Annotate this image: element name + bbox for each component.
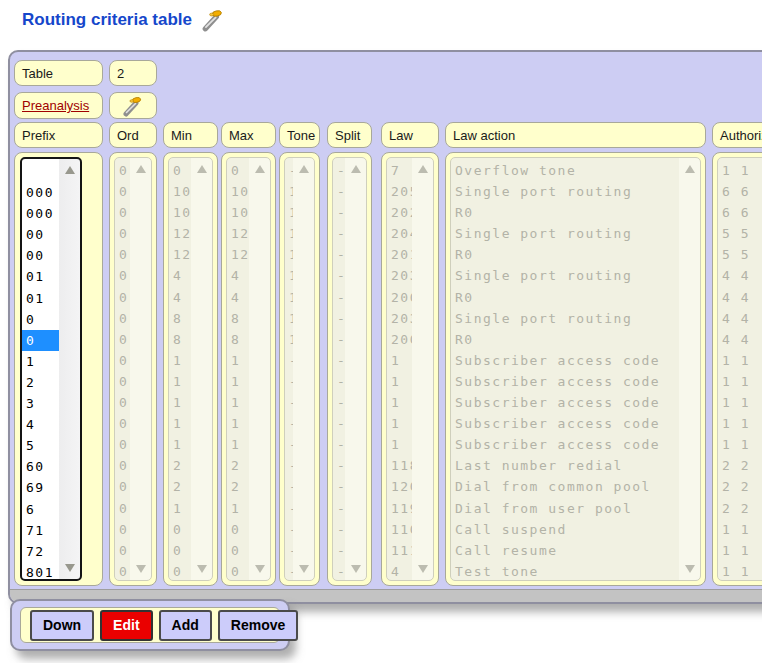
column-header-authorization: Authorization xyxy=(712,122,762,148)
column-header-law: Law xyxy=(381,122,439,148)
table-number-field[interactable]: 2 xyxy=(109,60,157,86)
listbox-law: 7205202204201203200203200111111181201191… xyxy=(386,157,434,581)
listbox-option: 119 xyxy=(387,498,412,519)
listbox-option: 200 xyxy=(387,329,412,350)
listbox-option: Overflow tone xyxy=(451,160,679,181)
listbox-option: 2 xyxy=(169,476,191,497)
scroll-up-arrow-icon xyxy=(255,165,265,173)
listbox-option[interactable]: 801 xyxy=(22,562,59,581)
listbox-option: 0 xyxy=(115,287,130,308)
column-frame-split: -------------------- xyxy=(327,152,372,586)
scroll-down-arrow-icon[interactable] xyxy=(65,564,75,572)
listbox-option: Single port routing xyxy=(451,308,679,329)
listbox-option: 1 xyxy=(285,181,293,202)
listbox-option: 4 xyxy=(169,265,191,286)
listbox-option: 10 xyxy=(169,181,191,202)
preanalysis-wand-button[interactable] xyxy=(109,92,157,119)
down-button[interactable]: Down xyxy=(30,610,94,641)
listbox-option[interactable]: 1 xyxy=(22,351,59,372)
listbox-option: 1 xyxy=(387,350,412,371)
listbox-option: - xyxy=(285,455,293,476)
column-header-max: Max xyxy=(221,122,276,148)
listbox-option: 0 xyxy=(115,265,130,286)
action-bar: DownEditAddRemove xyxy=(20,607,280,643)
listbox-option: 2 xyxy=(169,455,191,476)
listbox-option[interactable]: 72 xyxy=(22,541,59,562)
listbox-option[interactable]: 4 xyxy=(22,414,59,435)
listbox-option: 1 xyxy=(227,498,249,519)
listbox-option[interactable]: 01 xyxy=(22,288,59,309)
listbox-option[interactable]: 69 xyxy=(22,477,59,498)
page-title-text: Routing criteria table xyxy=(22,10,192,30)
listbox-option[interactable]: 5 xyxy=(22,435,59,456)
listbox-option: 200 xyxy=(387,287,412,308)
listbox-option: 0 xyxy=(169,160,191,181)
listbox-option[interactable]: 60 xyxy=(22,456,59,477)
listbox-option: - xyxy=(285,498,293,519)
listbox-option: 4 4 xyxy=(718,308,762,329)
listbox-option[interactable]: 01 xyxy=(22,266,59,287)
magic-wand-icon xyxy=(122,95,144,117)
listbox-option: R0 xyxy=(451,287,679,308)
listbox-option[interactable]: 6 xyxy=(22,499,59,520)
listbox-option: - xyxy=(285,392,293,413)
routing-criteria-panel: Table 2 Preanalysis Prefix00000000000101… xyxy=(8,50,762,604)
listbox-option: - xyxy=(333,455,345,476)
listbox-option[interactable]: 00 xyxy=(22,245,59,266)
preanalysis-button[interactable]: Preanalysis xyxy=(14,92,103,119)
listbox-option[interactable]: 0 xyxy=(22,309,59,330)
listbox-authorization: 1 16 66 65 55 54 44 44 44 41 11 11 11 11… xyxy=(717,157,762,581)
listbox-option: 1 xyxy=(227,392,249,413)
edit-button[interactable]: Edit xyxy=(100,610,152,641)
listbox-option[interactable]: 00 xyxy=(22,224,59,245)
listbox-option: 4 xyxy=(169,287,191,308)
listbox-option: 0 xyxy=(169,561,191,581)
listbox-option: 4 xyxy=(227,287,249,308)
scroll-up-arrow-icon[interactable] xyxy=(65,166,75,174)
listbox-option: 0 xyxy=(115,329,130,350)
listbox-option: R0 xyxy=(451,244,679,265)
listbox-option: 1 1 xyxy=(718,434,762,455)
listbox-prefix[interactable]: 000000000001010012345606967172801 xyxy=(20,157,82,581)
table-label: Table xyxy=(14,60,103,86)
listbox-option: - xyxy=(333,413,345,434)
column-header-ord: Ord xyxy=(109,122,157,148)
listbox-option: Test tone xyxy=(451,561,679,581)
preanalysis-link[interactable]: Preanalysis xyxy=(22,98,89,113)
remove-button[interactable]: Remove xyxy=(218,610,298,641)
listbox-tone: -11111111----------- xyxy=(284,157,315,581)
scroll-down-arrow-icon xyxy=(351,565,361,573)
column-frame-authorization: 1 16 66 65 55 54 44 44 44 41 11 11 11 11… xyxy=(712,152,762,586)
column-frame-prefix: 000000000001010012345606967172801 xyxy=(14,152,103,586)
listbox-option: 0 xyxy=(115,540,130,561)
listbox-option[interactable]: 71 xyxy=(22,520,59,541)
listbox-option[interactable]: 3 xyxy=(22,393,59,414)
column-header-min: Min xyxy=(163,122,218,148)
listbox-option: 1 xyxy=(169,392,191,413)
column-header-prefix: Prefix xyxy=(14,122,103,148)
listbox-option: 1 1 xyxy=(718,350,762,371)
listbox-option[interactable]: 0 xyxy=(22,330,59,351)
add-button[interactable]: Add xyxy=(159,610,212,641)
listbox-option: 0 xyxy=(115,519,130,540)
listbox-option[interactable] xyxy=(22,161,59,182)
listbox-option[interactable]: 000 xyxy=(22,203,59,224)
listbox-option: 203 xyxy=(387,308,412,329)
listbox-option: - xyxy=(333,371,345,392)
scroll-up-arrow-icon xyxy=(685,165,695,173)
listbox-options: 010101212448811111221000 xyxy=(227,160,270,581)
scroll-up-arrow-icon xyxy=(197,165,207,173)
listbox-option: 1 xyxy=(285,287,293,308)
listbox-option[interactable]: 000 xyxy=(22,182,59,203)
listbox-option: 1 xyxy=(169,413,191,434)
listbox-option: Dial from user pool xyxy=(451,498,679,519)
listbox-option: 8 xyxy=(169,329,191,350)
column-frame-law: 7205202204201203200203200111111181201191… xyxy=(381,152,439,586)
listbox-option[interactable]: 2 xyxy=(22,372,59,393)
listbox-option: Call suspend xyxy=(451,519,679,540)
listbox-option: 0 xyxy=(115,160,130,181)
listbox-option: 0 xyxy=(115,371,130,392)
listbox-option: - xyxy=(333,329,345,350)
listbox-option: 5 5 xyxy=(718,223,762,244)
listbox-option: 0 xyxy=(115,476,130,497)
